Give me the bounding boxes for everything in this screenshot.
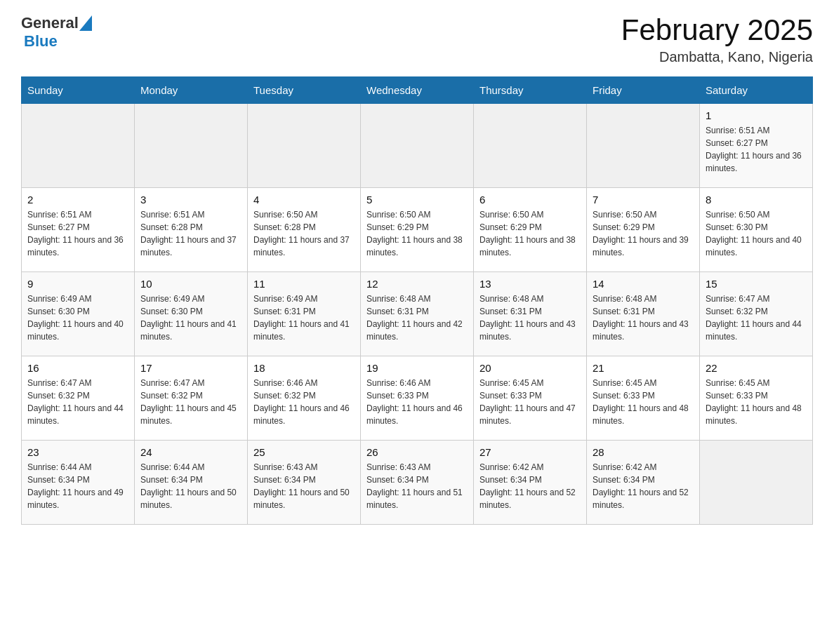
header-monday: Monday [135,77,248,104]
day-number: 2 [27,194,128,206]
day-number: 4 [253,194,355,206]
calendar-subtitle: Dambatta, Kano, Nigeria [621,49,813,65]
calendar-cell: 9Sunrise: 6:49 AMSunset: 6:30 PMDaylight… [22,272,135,356]
week-row-1: 1Sunrise: 6:51 AMSunset: 6:27 PMDaylight… [22,104,813,188]
calendar-cell [587,104,700,188]
day-number: 5 [366,194,468,206]
day-number: 14 [593,278,694,290]
day-number: 10 [140,278,241,290]
day-number: 18 [253,362,355,374]
calendar-cell: 23Sunrise: 6:44 AMSunset: 6:34 PMDayligh… [22,441,135,525]
header-sunday: Sunday [22,77,135,104]
day-info: Sunrise: 6:48 AMSunset: 6:31 PMDaylight:… [593,293,694,343]
calendar-cell [700,441,813,525]
day-number: 19 [366,362,468,374]
calendar-cell: 4Sunrise: 6:50 AMSunset: 6:28 PMDaylight… [248,188,361,272]
day-info: Sunrise: 6:43 AMSunset: 6:34 PMDaylight:… [253,461,355,511]
day-number: 23 [27,446,128,458]
day-info: Sunrise: 6:42 AMSunset: 6:34 PMDaylight:… [593,461,694,511]
day-info: Sunrise: 6:47 AMSunset: 6:32 PMDaylight:… [27,377,128,427]
header-row: SundayMondayTuesdayWednesdayThursdayFrid… [22,77,813,104]
day-info: Sunrise: 6:42 AMSunset: 6:34 PMDaylight:… [479,461,581,511]
day-info: Sunrise: 6:46 AMSunset: 6:32 PMDaylight:… [253,377,355,427]
day-number: 13 [479,278,581,290]
calendar-cell [474,104,587,188]
day-info: Sunrise: 6:43 AMSunset: 6:34 PMDaylight:… [366,461,468,511]
day-number: 7 [593,194,694,206]
calendar-cell: 25Sunrise: 6:43 AMSunset: 6:34 PMDayligh… [248,441,361,525]
day-number: 27 [479,446,581,458]
calendar-cell: 27Sunrise: 6:42 AMSunset: 6:34 PMDayligh… [474,441,587,525]
calendar-cell: 19Sunrise: 6:46 AMSunset: 6:33 PMDayligh… [361,356,474,441]
calendar-body: 1Sunrise: 6:51 AMSunset: 6:27 PMDaylight… [22,104,813,525]
svg-marker-0 [79,15,92,31]
calendar-cell: 14Sunrise: 6:48 AMSunset: 6:31 PMDayligh… [587,272,700,356]
day-info: Sunrise: 6:50 AMSunset: 6:30 PMDaylight:… [706,208,807,259]
day-info: Sunrise: 6:51 AMSunset: 6:27 PMDaylight:… [706,124,807,175]
header-friday: Friday [587,77,700,104]
logo-blue-text: Blue [24,32,58,50]
day-number: 11 [253,278,355,290]
day-info: Sunrise: 6:51 AMSunset: 6:28 PMDaylight:… [140,208,241,259]
calendar-cell: 16Sunrise: 6:47 AMSunset: 6:32 PMDayligh… [22,356,135,441]
calendar-cell: 28Sunrise: 6:42 AMSunset: 6:34 PMDayligh… [587,441,700,525]
calendar-cell: 10Sunrise: 6:49 AMSunset: 6:30 PMDayligh… [135,272,248,356]
day-info: Sunrise: 6:50 AMSunset: 6:29 PMDaylight:… [479,208,581,259]
calendar-cell [135,104,248,188]
day-number: 9 [27,278,128,290]
day-number: 24 [140,446,241,458]
day-number: 1 [706,109,807,121]
day-info: Sunrise: 6:47 AMSunset: 6:32 PMDaylight:… [140,377,241,427]
calendar-header: SundayMondayTuesdayWednesdayThursdayFrid… [22,77,813,104]
week-row-4: 16Sunrise: 6:47 AMSunset: 6:32 PMDayligh… [22,356,813,441]
day-number: 8 [706,194,807,206]
day-number: 25 [253,446,355,458]
calendar-title: February 2025 [621,14,813,46]
calendar-cell [361,104,474,188]
header-wednesday: Wednesday [361,77,474,104]
calendar-cell: 21Sunrise: 6:45 AMSunset: 6:33 PMDayligh… [587,356,700,441]
page-header: General Blue February 2025 Dambatta, Kan… [21,14,813,65]
day-info: Sunrise: 6:44 AMSunset: 6:34 PMDaylight:… [140,461,241,511]
day-info: Sunrise: 6:47 AMSunset: 6:32 PMDaylight:… [706,293,807,343]
day-number: 15 [706,278,807,290]
calendar-cell: 24Sunrise: 6:44 AMSunset: 6:34 PMDayligh… [135,441,248,525]
day-info: Sunrise: 6:46 AMSunset: 6:33 PMDaylight:… [366,377,468,427]
week-row-2: 2Sunrise: 6:51 AMSunset: 6:27 PMDaylight… [22,188,813,272]
header-tuesday: Tuesday [248,77,361,104]
calendar-cell: 26Sunrise: 6:43 AMSunset: 6:34 PMDayligh… [361,441,474,525]
calendar-cell: 18Sunrise: 6:46 AMSunset: 6:32 PMDayligh… [248,356,361,441]
calendar-cell: 11Sunrise: 6:49 AMSunset: 6:31 PMDayligh… [248,272,361,356]
day-info: Sunrise: 6:50 AMSunset: 6:29 PMDaylight:… [366,208,468,259]
day-info: Sunrise: 6:48 AMSunset: 6:31 PMDaylight:… [479,293,581,343]
day-info: Sunrise: 6:49 AMSunset: 6:30 PMDaylight:… [140,293,241,343]
day-number: 6 [479,194,581,206]
day-info: Sunrise: 6:49 AMSunset: 6:30 PMDaylight:… [27,293,128,343]
day-info: Sunrise: 6:50 AMSunset: 6:29 PMDaylight:… [593,208,694,259]
calendar-cell: 7Sunrise: 6:50 AMSunset: 6:29 PMDaylight… [587,188,700,272]
day-info: Sunrise: 6:49 AMSunset: 6:31 PMDaylight:… [253,293,355,343]
week-row-3: 9Sunrise: 6:49 AMSunset: 6:30 PMDaylight… [22,272,813,356]
day-number: 28 [593,446,694,458]
day-info: Sunrise: 6:45 AMSunset: 6:33 PMDaylight:… [479,377,581,427]
calendar-cell: 13Sunrise: 6:48 AMSunset: 6:31 PMDayligh… [474,272,587,356]
day-number: 22 [706,362,807,374]
day-number: 17 [140,362,241,374]
calendar-cell: 1Sunrise: 6:51 AMSunset: 6:27 PMDaylight… [700,104,813,188]
day-number: 12 [366,278,468,290]
day-number: 3 [140,194,241,206]
calendar-cell [22,104,135,188]
day-info: Sunrise: 6:44 AMSunset: 6:34 PMDaylight:… [27,461,128,511]
header-thursday: Thursday [474,77,587,104]
day-info: Sunrise: 6:48 AMSunset: 6:31 PMDaylight:… [366,293,468,343]
day-number: 26 [366,446,468,458]
day-info: Sunrise: 6:45 AMSunset: 6:33 PMDaylight:… [593,377,694,427]
calendar-cell: 12Sunrise: 6:48 AMSunset: 6:31 PMDayligh… [361,272,474,356]
calendar-cell: 6Sunrise: 6:50 AMSunset: 6:29 PMDaylight… [474,188,587,272]
calendar-cell: 3Sunrise: 6:51 AMSunset: 6:28 PMDaylight… [135,188,248,272]
calendar-cell: 5Sunrise: 6:50 AMSunset: 6:29 PMDaylight… [361,188,474,272]
calendar-cell [248,104,361,188]
logo: General Blue [21,14,93,51]
calendar-cell: 17Sunrise: 6:47 AMSunset: 6:32 PMDayligh… [135,356,248,441]
day-number: 16 [27,362,128,374]
